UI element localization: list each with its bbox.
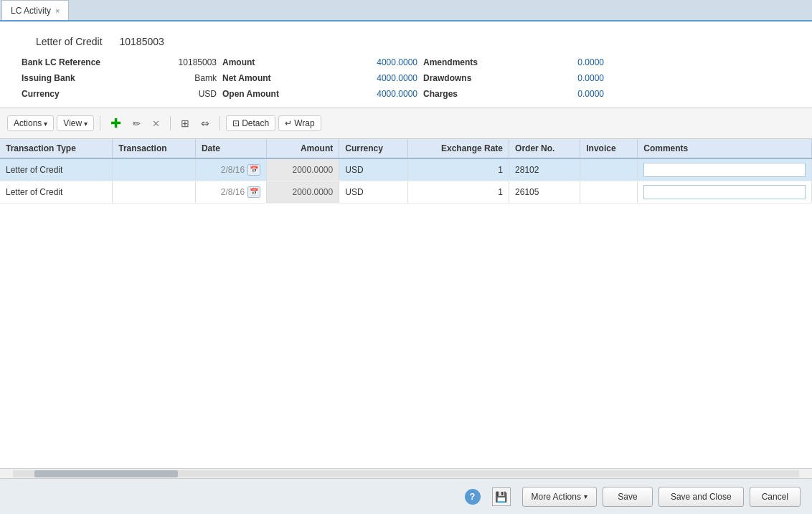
detach-button[interactable]: ⊡ Detach xyxy=(226,115,275,131)
cell-order-no: 28102 xyxy=(509,158,580,181)
comments-input[interactable] xyxy=(643,163,806,177)
actions-dropdown-arrow: ▾ xyxy=(44,120,47,128)
cancel-button[interactable]: Cancel xyxy=(750,487,801,507)
wrap-icon: ↵ xyxy=(285,118,292,128)
more-actions-arrow: ▾ xyxy=(584,492,587,500)
currency-label: Currency xyxy=(22,87,136,100)
more-actions-label: More Actions xyxy=(532,492,581,502)
toolbar-separator-1 xyxy=(100,116,100,130)
table-row[interactable]: Letter of Credit 2/8/16 📅 2000.0000 USD … xyxy=(0,158,812,181)
net-amount-value: 4000.0000 xyxy=(337,72,423,85)
lc-number: 10185003 xyxy=(120,36,164,47)
more-actions-button[interactable]: More Actions ▾ xyxy=(522,487,597,507)
data-table: Transaction Type Transaction Date Amount… xyxy=(0,139,812,204)
plus-icon: ✚ xyxy=(110,116,121,130)
toolbar-separator-3 xyxy=(219,116,220,130)
actions-label: Actions xyxy=(14,118,42,128)
save-label: Save xyxy=(618,492,637,502)
charges-label: Charges xyxy=(423,87,538,100)
grid-view-button[interactable]: ⊞ xyxy=(176,115,194,132)
issuing-bank-value: Bamk xyxy=(136,72,222,85)
calendar-icon[interactable]: 📅 xyxy=(247,186,260,198)
open-amount-label: Open Amount xyxy=(222,87,337,100)
issuing-bank-label: Issuing Bank xyxy=(22,72,136,85)
help-label: ? xyxy=(470,491,476,502)
cell-exchange-rate: 1 xyxy=(407,181,509,204)
amount-label: Amount xyxy=(222,56,337,69)
toolbar: Actions ▾ View ▾ ✚ ✏ ✕ ⊞ ⇔ ⊡ Detach ↵ xyxy=(0,108,812,139)
col-comments: Comments xyxy=(638,139,812,158)
wrap-label: Wrap xyxy=(294,118,314,128)
delete-button[interactable]: ✕ xyxy=(148,115,164,132)
comments-input[interactable] xyxy=(643,185,806,199)
amendments-value: 0.0000 xyxy=(538,56,610,69)
cell-transaction xyxy=(113,158,196,181)
cell-transaction xyxy=(113,181,196,204)
col-amount: Amount xyxy=(267,139,339,158)
tab-label: LC Activity xyxy=(11,6,51,16)
drawdowns-value: 0.0000 xyxy=(538,72,610,85)
scroll-thumb[interactable] xyxy=(34,470,178,477)
cell-comments xyxy=(638,181,812,204)
cell-transaction-type: Letter of Credit xyxy=(0,158,113,181)
bank-lc-ref-value: 10185003 xyxy=(136,56,222,69)
save-close-label: Save and Close xyxy=(671,492,732,502)
save-close-button[interactable]: Save and Close xyxy=(658,487,744,507)
cell-date: 2/8/16 📅 xyxy=(195,158,266,181)
main-content: Letter of Credit 10185003 Bank LC Refere… xyxy=(0,22,812,514)
bank-lc-ref-label: Bank LC Reference xyxy=(22,56,136,69)
view-button[interactable]: View ▾ xyxy=(57,115,94,131)
calendar-icon[interactable]: 📅 xyxy=(247,164,260,176)
amount-value: 4000.0000 xyxy=(337,56,423,69)
cell-exchange-rate: 1 xyxy=(407,158,509,181)
charges-value: 0.0000 xyxy=(538,87,610,100)
cell-currency: USD xyxy=(339,181,408,204)
header-section: Letter of Credit 10185003 Bank LC Refere… xyxy=(0,22,812,108)
tab-lc-activity[interactable]: LC Activity × xyxy=(1,0,69,20)
col-date: Date xyxy=(195,139,266,158)
col-order-no: Order No. xyxy=(509,139,580,158)
cell-amount: 2000.0000 xyxy=(267,158,339,181)
tab-close-icon[interactable]: × xyxy=(55,6,60,15)
delete-icon: ✕ xyxy=(152,118,160,129)
open-amount-value: 4000.0000 xyxy=(337,87,423,100)
view-label: View xyxy=(63,118,82,128)
cell-date: 2/8/16 📅 xyxy=(195,181,266,204)
actions-button[interactable]: Actions ▾ xyxy=(7,115,54,131)
cell-currency: USD xyxy=(339,158,408,181)
cancel-label: Cancel xyxy=(762,492,788,502)
drawdowns-label: Drawdowns xyxy=(423,72,538,85)
table-container: Transaction Type Transaction Date Amount… xyxy=(0,139,812,468)
save-button[interactable]: Save xyxy=(603,487,653,507)
cell-transaction-type: Letter of Credit xyxy=(0,181,113,204)
cell-comments xyxy=(638,158,812,181)
lc-title: Letter of Credit 10185003 xyxy=(22,36,790,47)
edit-icon: ✏ xyxy=(133,118,141,129)
col-exchange-rate: Exchange Rate xyxy=(407,139,509,158)
info-grid: Bank LC Reference 10185003 Amount 4000.0… xyxy=(22,56,790,100)
table-header-row: Transaction Type Transaction Date Amount… xyxy=(0,139,812,158)
col-currency: Currency xyxy=(339,139,408,158)
col-invoice: Invoice xyxy=(580,139,638,158)
lc-label: Letter of Credit xyxy=(36,36,103,47)
bottom-bar: ? 💾 More Actions ▾ Save Save and Close C… xyxy=(0,478,812,514)
wrap-button[interactable]: ↵ Wrap xyxy=(278,115,321,131)
detach-label: Detach xyxy=(242,118,269,128)
detach-icon: ⊡ xyxy=(232,118,240,128)
quick-save-button[interactable]: 💾 xyxy=(492,487,511,506)
help-button[interactable]: ? xyxy=(465,489,481,505)
view-dropdown-arrow: ▾ xyxy=(84,120,88,128)
tab-bar: LC Activity × xyxy=(0,0,812,22)
floppy-disk-icon: 💾 xyxy=(495,491,507,503)
cell-invoice xyxy=(580,158,638,181)
date-value: 2/8/16 xyxy=(221,187,245,197)
table-row[interactable]: Letter of Credit 2/8/16 📅 2000.0000 USD … xyxy=(0,181,812,204)
amendments-label: Amendments xyxy=(423,56,538,69)
edit-button[interactable]: ✏ xyxy=(128,115,145,132)
horizontal-scrollbar[interactable] xyxy=(0,468,812,478)
add-button[interactable]: ✚ xyxy=(106,113,126,134)
scroll-track xyxy=(13,470,799,477)
net-amount-label: Net Amount xyxy=(222,72,337,85)
cell-amount: 2000.0000 xyxy=(267,181,339,204)
freeze-button[interactable]: ⇔ xyxy=(197,115,214,132)
